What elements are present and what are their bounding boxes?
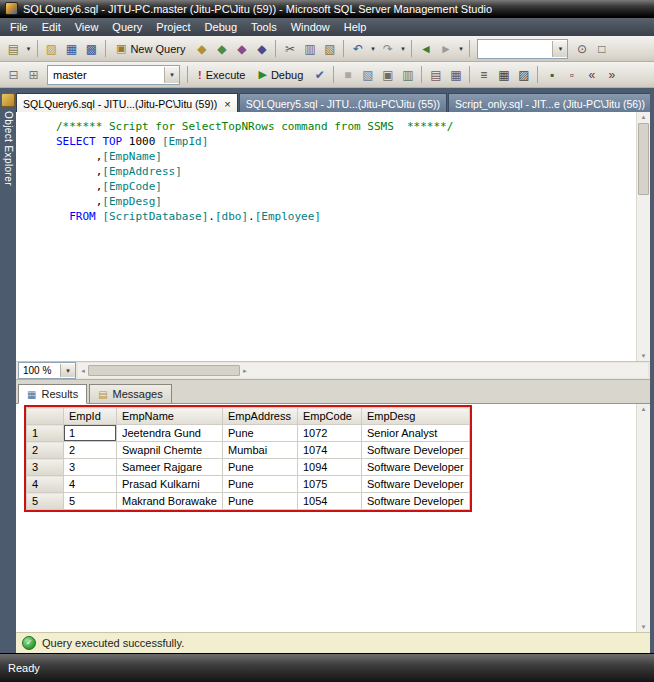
include-client-statistics-icon[interactable]: ▦: [446, 65, 465, 84]
menu-item-project[interactable]: Project: [149, 19, 197, 35]
grid-cell[interactable]: 1075: [298, 476, 362, 493]
row-header[interactable]: 5: [27, 493, 64, 510]
grid-cell[interactable]: Software Developer: [362, 476, 470, 493]
navigate-forward-icon[interactable]: ►: [436, 39, 455, 58]
column-header-empaddress[interactable]: EmpAddress: [223, 408, 298, 425]
grid-cell[interactable]: 2: [64, 442, 117, 459]
column-header-empcode[interactable]: EmpCode: [298, 408, 362, 425]
grid-cell[interactable]: 1094: [298, 459, 362, 476]
editor-scrollbar-thumb[interactable]: [638, 123, 649, 195]
grid-cell[interactable]: Software Developer: [362, 459, 470, 476]
results-tab-messages[interactable]: ▤Messages: [89, 384, 172, 403]
parse-icon[interactable]: ✔: [310, 65, 329, 84]
execute-button[interactable]: !Execute: [192, 65, 251, 85]
quick-find-combo-caret[interactable]: ▾: [552, 41, 567, 57]
grid-corner-cell[interactable]: [27, 408, 64, 425]
results-to-file-icon[interactable]: ▨: [514, 65, 533, 84]
grid-cell[interactable]: Pune: [223, 476, 298, 493]
row-header[interactable]: 4: [27, 476, 64, 493]
results-tab-results[interactable]: ▦Results: [18, 384, 87, 404]
row-header[interactable]: 1: [27, 425, 64, 442]
grid-cell[interactable]: Pune: [223, 459, 298, 476]
menu-item-query[interactable]: Query: [105, 19, 149, 35]
scroll-right-icon[interactable]: ►: [242, 367, 248, 375]
row-header[interactable]: 3: [27, 459, 64, 476]
available-databases-combo-caret[interactable]: ▾: [164, 67, 179, 83]
change-connection-icon[interactable]: ⊞: [24, 65, 43, 84]
analysis-services-xmla-query-icon[interactable]: ◆: [252, 39, 271, 58]
column-header-empdesg[interactable]: EmpDesg: [362, 408, 470, 425]
grid-cell[interactable]: 3: [64, 459, 117, 476]
document-tab[interactable]: Script_only.sql - JIT...e (Jitu-PC\Jitu …: [448, 93, 650, 112]
decrease-indent-icon[interactable]: «: [582, 65, 601, 84]
document-tab[interactable]: SQLQuery5.sql - JITU...(Jitu-PC\Jitu (55…: [239, 93, 447, 112]
grid-cell[interactable]: Makrand Borawake: [117, 493, 223, 510]
include-actual-plan-icon[interactable]: ▤: [426, 65, 445, 84]
editor-hscrollbar-thumb[interactable]: [88, 365, 240, 376]
grid-cell[interactable]: Mumbai: [223, 442, 298, 459]
uncomment-lines-icon[interactable]: ▫: [562, 65, 581, 84]
query-options-icon[interactable]: ▣: [378, 65, 397, 84]
navigate-backward-icon[interactable]: ◄: [416, 39, 435, 58]
scroll-up-icon[interactable]: ▲: [641, 113, 647, 121]
menu-item-tools[interactable]: Tools: [244, 19, 284, 35]
editor-horizontal-scrollbar[interactable]: ◄ ►: [78, 363, 648, 378]
menu-item-help[interactable]: Help: [337, 19, 374, 35]
menu-item-view[interactable]: View: [68, 19, 106, 35]
grid-cell[interactable]: Prasad Kulkarni: [117, 476, 223, 493]
grid-cell[interactable]: Pune: [223, 425, 298, 442]
database-engine-query-icon[interactable]: ◆: [192, 39, 211, 58]
scroll-down-icon[interactable]: ▼: [641, 352, 647, 360]
row-header[interactable]: 2: [27, 442, 64, 459]
menu-item-file[interactable]: File: [3, 19, 35, 35]
cancel-executing-query-icon[interactable]: ■: [338, 65, 357, 84]
analysis-services-mdx-query-icon[interactable]: ◆: [212, 39, 231, 58]
grid-cell[interactable]: 1054: [298, 493, 362, 510]
grid-cell[interactable]: Senior Analyst: [362, 425, 470, 442]
analysis-services-dmx-query-icon[interactable]: ◆: [232, 39, 251, 58]
column-header-empid[interactable]: EmpId: [64, 408, 117, 425]
new-item-icon[interactable]: ▤: [4, 39, 23, 58]
tab-close-icon[interactable]: ×: [224, 99, 230, 109]
document-tab[interactable]: SQLQuery6.sql - JITU...(Jitu-PC\Jitu (59…: [16, 93, 238, 112]
navigate-dropdown-caret[interactable]: ▾: [456, 39, 465, 58]
grid-cell[interactable]: 1: [64, 425, 117, 442]
grid-cell[interactable]: Swapnil Chemte: [117, 442, 223, 459]
object-explorer-tab[interactable]: Object Explorer: [1, 93, 15, 186]
grid-cell[interactable]: Software Developer: [362, 493, 470, 510]
intellisense-enabled-icon[interactable]: ▥: [398, 65, 417, 84]
cut-icon[interactable]: ✂: [280, 39, 299, 58]
grid-cell[interactable]: Pune: [223, 493, 298, 510]
find-icon[interactable]: ⊙: [572, 39, 591, 58]
redo-dropdown-caret[interactable]: ▾: [398, 39, 407, 58]
paste-icon[interactable]: ▧: [320, 39, 339, 58]
redo-icon[interactable]: ↷: [378, 39, 397, 58]
quick-find-combo[interactable]: ▾: [477, 39, 568, 59]
column-header-empname[interactable]: EmpName: [117, 408, 223, 425]
new-item-dropdown-caret[interactable]: ▾: [24, 39, 33, 58]
scroll-up-icon[interactable]: ▲: [641, 405, 647, 413]
undo-icon[interactable]: ↶: [348, 39, 367, 58]
menu-item-window[interactable]: Window: [284, 19, 337, 35]
grid-cell[interactable]: Jeetendra Gund: [117, 425, 223, 442]
menu-item-debug[interactable]: Debug: [198, 19, 244, 35]
copy-icon[interactable]: ▥: [300, 39, 319, 58]
sql-editor[interactable]: /****** Script for SelectTopNRows comman…: [16, 112, 650, 361]
results-to-grid-icon[interactable]: ▦: [494, 65, 513, 84]
scroll-down-icon[interactable]: ▼: [641, 623, 647, 631]
connect-database-icon[interactable]: ⊟: [4, 65, 23, 84]
grid-cell[interactable]: Software Developer: [362, 442, 470, 459]
new-query-button[interactable]: ▣New Query: [110, 39, 191, 59]
results-vertical-scrollbar[interactable]: ▲ ▼: [636, 404, 650, 632]
save-all-icon[interactable]: ▩: [82, 39, 101, 58]
grid-cell[interactable]: 5: [64, 493, 117, 510]
undo-dropdown-caret[interactable]: ▾: [368, 39, 377, 58]
increase-indent-icon[interactable]: »: [602, 65, 621, 84]
grid-cell[interactable]: 1072: [298, 425, 362, 442]
editor-vertical-scrollbar[interactable]: ▲ ▼: [636, 112, 650, 361]
grid-cell[interactable]: 1074: [298, 442, 362, 459]
available-databases-combo[interactable]: master▾: [47, 65, 180, 85]
zoom-dropdown-caret[interactable]: ▾: [60, 364, 75, 377]
save-icon[interactable]: ▦: [62, 39, 81, 58]
properties-window-icon[interactable]: □: [592, 39, 611, 58]
